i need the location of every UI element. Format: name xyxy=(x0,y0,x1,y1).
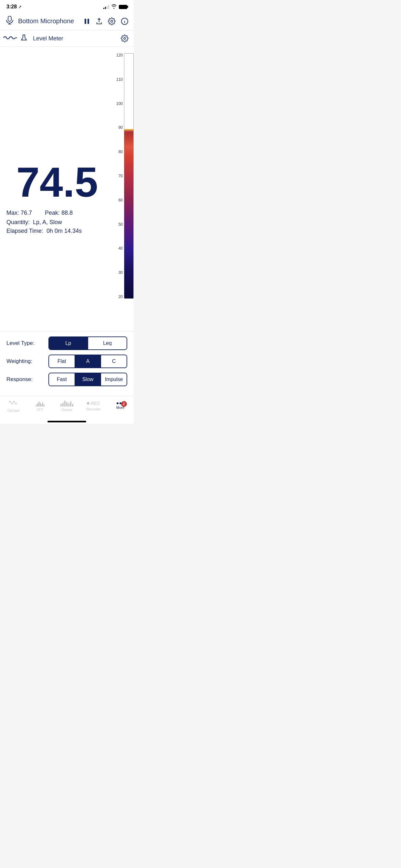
location-icon: ↗ xyxy=(18,4,22,9)
elapsed-label: Elapsed Time: xyxy=(6,228,43,234)
svg-point-10 xyxy=(124,37,126,39)
sub-header: Level Meter xyxy=(0,30,134,47)
octave-icon xyxy=(60,400,73,407)
peak-value: 88.8 xyxy=(61,210,73,216)
empty-area xyxy=(124,54,133,130)
share-button[interactable] xyxy=(96,18,103,25)
max-stat: Max: 76.7 xyxy=(6,210,32,216)
response-fast[interactable]: Fast xyxy=(49,373,75,385)
tab-recorder-label: Recorder xyxy=(86,407,101,411)
status-icons xyxy=(103,4,127,10)
quantity-label: Quantity: xyxy=(6,219,30,225)
main-content: 74.5 Max: 76.7 Peak: 88.8 Quantity: Lp, … xyxy=(0,47,134,331)
scale-110: 110 xyxy=(116,78,123,82)
flask-icon xyxy=(21,34,27,42)
scale-30: 30 xyxy=(119,271,123,275)
level-type-leq[interactable]: Leq xyxy=(88,337,127,349)
more-badge: 2 xyxy=(121,401,127,407)
weighting-control: Flat A C xyxy=(49,354,127,368)
recorder-icon: REC xyxy=(87,401,100,406)
scale-20: 20 xyxy=(119,295,123,299)
tab-octave[interactable]: Octave xyxy=(57,400,76,412)
response-control: Fast Slow Impulse xyxy=(49,373,127,386)
status-time: 3:28 xyxy=(6,4,17,10)
quantity-value: Lp, A, Slow xyxy=(33,219,62,225)
header-icons xyxy=(83,18,128,25)
weighting-label: Weighting: xyxy=(6,358,49,365)
app-header: Bottom Microphone xyxy=(0,12,134,30)
sub-settings-button[interactable] xyxy=(121,35,128,42)
scale-40: 40 xyxy=(119,246,123,250)
meter-bar-container: 120 110 100 90 80 70 60 50 40 30 20 xyxy=(114,47,134,331)
tab-recorder[interactable]: REC Recorder xyxy=(84,401,103,411)
scale-50: 50 xyxy=(119,222,123,226)
scale-120: 120 xyxy=(116,53,123,57)
weighting-c[interactable]: C xyxy=(101,355,127,368)
battery-icon xyxy=(119,5,127,9)
scale-100: 100 xyxy=(116,102,123,105)
response-label: Response: xyxy=(6,376,49,383)
tab-fft-label: FFT xyxy=(37,408,43,412)
wifi-icon xyxy=(111,4,117,10)
level-display: 74.5 Max: 76.7 Peak: 88.8 Quantity: Lp, … xyxy=(0,47,114,331)
response-slow[interactable]: Slow xyxy=(75,373,101,385)
more-icon-container: 2 xyxy=(117,402,124,404)
settings-button[interactable] xyxy=(108,18,116,25)
status-bar: 3:28 ↗ xyxy=(0,0,134,12)
response-impulse[interactable]: Impulse xyxy=(101,373,127,385)
tab-octave-label: Octave xyxy=(61,408,73,412)
elapsed-row: Elapsed Time: 0h 0m 14.34s xyxy=(6,228,108,235)
scale-labels: 120 110 100 90 80 70 60 50 40 30 20 xyxy=(116,53,124,299)
header-title: Bottom Microphone xyxy=(18,18,80,25)
signal-icon xyxy=(103,4,109,9)
level-type-row: Level Type: Lp Leq xyxy=(6,337,127,350)
home-bar xyxy=(48,421,86,423)
scale-90: 90 xyxy=(119,126,123,129)
meter-bar xyxy=(124,53,134,299)
elapsed-value: 0h 0m 14.34s xyxy=(47,228,82,234)
level-type-control: Lp Leq xyxy=(49,337,127,350)
svg-rect-0 xyxy=(8,16,11,21)
tab-oscope-label: Oscope xyxy=(7,408,19,412)
level-type-label: Level Type: xyxy=(6,340,49,346)
quantity-row: Quantity: Lp, A, Slow xyxy=(6,219,108,226)
stats-row: Max: 76.7 Peak: 88.8 xyxy=(6,210,108,216)
response-row: Response: Fast Slow Impulse xyxy=(6,373,127,386)
tab-fft[interactable]: FFT xyxy=(30,400,50,412)
scale-80: 80 xyxy=(119,150,123,154)
current-level-marker xyxy=(124,164,133,165)
svg-rect-3 xyxy=(85,19,86,24)
info-button[interactable] xyxy=(121,18,128,25)
peak-label: Peak: xyxy=(45,210,60,216)
weighting-flat[interactable]: Flat xyxy=(49,355,75,368)
scale-70: 70 xyxy=(119,174,123,178)
sub-header-title: Level Meter xyxy=(33,35,117,42)
pause-button[interactable] xyxy=(83,18,90,25)
tab-bar: Oscope FFT Octave REC xyxy=(0,396,134,419)
peak-stat: Peak: 88.8 xyxy=(45,210,73,216)
controls-section: Level Type: Lp Leq Weighting: Flat A C R… xyxy=(0,331,134,396)
max-value: 76.7 xyxy=(21,210,32,216)
tab-more[interactable]: 2 More xyxy=(111,402,130,409)
scale-60: 60 xyxy=(119,198,123,202)
meter-scale: 120 110 100 90 80 70 60 50 40 30 20 xyxy=(116,53,134,299)
fft-icon xyxy=(36,400,44,407)
home-indicator xyxy=(0,419,134,424)
svg-rect-4 xyxy=(88,19,89,24)
wave-icon xyxy=(3,34,18,42)
max-label: Max: xyxy=(6,210,19,216)
svg-point-5 xyxy=(111,20,113,22)
weighting-row: Weighting: Flat A C xyxy=(6,354,127,368)
weighting-a[interactable]: A xyxy=(75,355,101,368)
main-value: 74.5 xyxy=(6,161,108,203)
peak-indicator xyxy=(124,129,133,130)
mic-icon xyxy=(5,16,14,27)
tab-oscope[interactable]: Oscope xyxy=(4,399,23,412)
oscope-icon xyxy=(8,399,18,407)
level-type-lp[interactable]: Lp xyxy=(49,337,88,349)
